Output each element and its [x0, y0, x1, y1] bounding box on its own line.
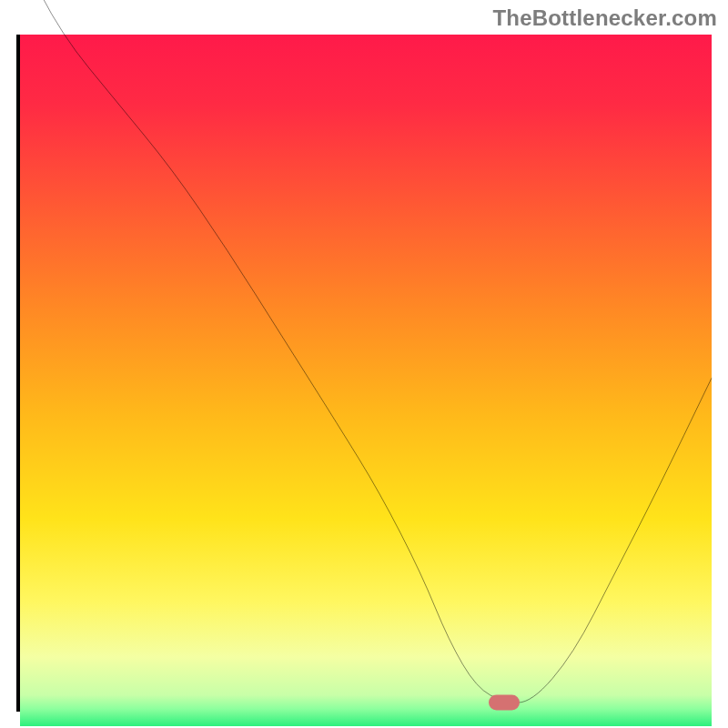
plot-area	[16, 35, 712, 712]
optimum-marker	[489, 695, 520, 711]
curve-layer	[20, 35, 712, 708]
chart-container: TheBottlenecker.com	[0, 0, 728, 728]
watermark-text: TheBottlenecker.com	[492, 5, 717, 31]
bottleneck-curve	[20, 0, 712, 703]
